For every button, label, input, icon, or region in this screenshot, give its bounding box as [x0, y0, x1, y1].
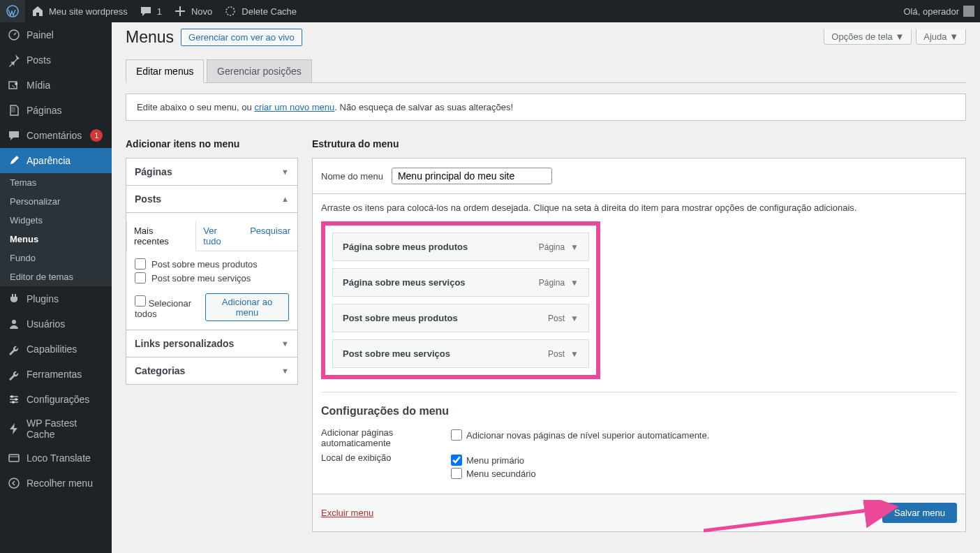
subtab-all[interactable]: Ver tudo — [196, 221, 243, 251]
submenu-item-temas[interactable]: Temas — [0, 173, 112, 192]
sidebar-item-recolher-menu[interactable]: Recolher menu — [0, 471, 112, 496]
chevron-up-icon: ▲ — [281, 195, 289, 203]
location-checkbox[interactable] — [451, 455, 462, 466]
accordion-pages[interactable]: Páginas▼ — [126, 158, 298, 186]
chevron-down-icon[interactable]: ▼ — [570, 278, 579, 288]
wrench-icon — [7, 342, 21, 356]
chevron-down-icon[interactable]: ▼ — [570, 242, 579, 252]
globe-icon — [7, 451, 21, 465]
user-menu[interactable]: Olá, operador — [898, 0, 981, 22]
sidebar-item-usuários[interactable]: Usuários — [0, 311, 112, 337]
menu-structure-item[interactable]: Página sobre meus serviçosPágina ▼ — [332, 268, 589, 297]
help-button[interactable]: Ajuda ▼ — [916, 29, 966, 45]
menu-settings: Configurações do menu Adicionar páginas … — [321, 392, 957, 481]
tab-manage-locations[interactable]: Gerenciar posições — [207, 59, 312, 82]
wp-logo[interactable] — [0, 0, 25, 22]
location-option[interactable]: Menu primário — [451, 455, 536, 466]
submenu: TemasPersonalizarWidgetsMenusFundoEditor… — [0, 173, 112, 286]
edit-notice: Edite abaixo o seu menu, ou criar um nov… — [126, 94, 966, 121]
accordion-posts-head[interactable]: Posts▲ — [126, 186, 297, 213]
location-checkbox[interactable] — [451, 468, 462, 479]
brush-icon — [7, 154, 21, 168]
sidebar-item-configurações[interactable]: Configurações — [0, 387, 112, 412]
comment-icon — [7, 128, 21, 142]
delete-menu-link[interactable]: Excluir menu — [321, 508, 373, 518]
create-menu-link[interactable]: criar um novo menu — [254, 102, 334, 112]
subtab-search[interactable]: Pesquisar — [243, 221, 297, 251]
sidebar-item-loco-translate[interactable]: Loco Translate — [0, 445, 112, 471]
sidebar-item-painel[interactable]: Painel — [0, 22, 112, 47]
auto-add-checkbox[interactable] — [451, 429, 462, 441]
users-icon — [7, 317, 21, 331]
sidebar-item-posts[interactable]: Posts — [0, 47, 112, 73]
plugin-icon — [7, 292, 21, 306]
plus-icon — [173, 4, 187, 18]
menu-panel: Nome do menu Arraste os itens para coloc… — [312, 158, 966, 532]
post-checkbox[interactable] — [135, 272, 146, 283]
new-link[interactable]: Novo — [168, 0, 218, 22]
tab-edit-menus[interactable]: Editar menus — [126, 59, 204, 83]
site-link[interactable]: Meu site wordpress — [25, 0, 133, 22]
submenu-item-editor-de-temas[interactable]: Editor de temas — [0, 267, 112, 286]
accordion-links[interactable]: Links personalizados▼ — [126, 330, 298, 357]
svg-point-3 — [15, 82, 17, 85]
post-item[interactable]: Post sobre meu serviços — [135, 272, 289, 283]
add-to-menu-button[interactable]: Adicionar ao menu — [205, 293, 289, 321]
save-menu-button[interactable]: Salvar menu — [882, 503, 957, 523]
comment-icon — [139, 4, 153, 18]
submenu-item-widgets[interactable]: Widgets — [0, 211, 112, 230]
menu-structure-item[interactable]: Post sobre meus produtosPost ▼ — [332, 304, 589, 332]
dashboard-icon — [7, 28, 21, 42]
auto-add-option[interactable]: Adicionar novas páginas de nível superio… — [451, 429, 709, 441]
nav-tabs: Editar menus Gerenciar posições — [126, 59, 966, 83]
wrench-icon — [7, 367, 21, 381]
location-option[interactable]: Menu secundário — [451, 468, 536, 479]
sidebar-item-capabilities[interactable]: Capabilities — [0, 337, 112, 362]
sliders-icon — [7, 392, 21, 406]
delete-cache-label: Delete Cache — [242, 6, 297, 17]
select-all[interactable]: Selecionar todos — [135, 295, 205, 319]
submenu-item-personalizar[interactable]: Personalizar — [0, 192, 112, 211]
structure-hint: Arraste os itens para colocá-los na orde… — [321, 202, 957, 213]
sidebar-item-plugins[interactable]: Plugins — [0, 286, 112, 311]
new-label: Novo — [191, 6, 212, 17]
menu-structure-item[interactable]: Post sobre meu serviçosPost ▼ — [332, 339, 589, 368]
pages-icon — [7, 103, 21, 117]
accordion-categories[interactable]: Categorias▼ — [126, 357, 298, 385]
screen-options-button[interactable]: Opções de tela ▼ — [824, 29, 912, 45]
svg-point-5 — [10, 395, 13, 398]
menu-name-input[interactable] — [392, 168, 552, 184]
chevron-down-icon: ▼ — [281, 339, 289, 348]
accordion-posts: Posts▲ Mais recentes Ver tudo Pesquisar … — [126, 186, 298, 330]
submenu-item-menus[interactable]: Menus — [0, 230, 112, 249]
svg-point-1 — [226, 7, 235, 15]
sidebar-item-ferramentas[interactable]: Ferramentas — [0, 362, 112, 387]
menu-name-label: Nome do menu — [321, 171, 383, 182]
menu-structure-item[interactable]: Página sobre meus produtosPágina ▼ — [332, 233, 589, 261]
post-item[interactable]: Post sobre meus produtos — [135, 258, 289, 270]
svg-rect-8 — [9, 455, 19, 462]
page-title: Menus — [126, 28, 174, 47]
select-all-checkbox[interactable] — [135, 295, 146, 307]
post-checkbox[interactable] — [135, 258, 146, 270]
structure-heading: Estrutura do menu — [312, 138, 966, 149]
sidebar-item-wp-fastest-cache[interactable]: WP Fastest Cache — [0, 412, 112, 445]
sidebar-item-aparência[interactable]: Aparência — [0, 148, 112, 173]
add-items-heading: Adicionar itens no menu — [126, 138, 298, 149]
auto-add-label: Adicionar páginas automaticamente — [321, 427, 451, 448]
subtab-recent[interactable]: Mais recentes — [126, 221, 196, 251]
manage-live-button[interactable]: Gerenciar com ver ao vivo — [181, 29, 302, 46]
chevron-down-icon[interactable]: ▼ — [570, 314, 579, 323]
delete-cache-link[interactable]: Delete Cache — [218, 0, 302, 22]
sidebar-item-páginas[interactable]: Páginas — [0, 98, 112, 123]
chevron-down-icon[interactable]: ▼ — [570, 349, 579, 359]
svg-point-7 — [12, 401, 15, 404]
submenu-item-fundo[interactable]: Fundo — [0, 249, 112, 267]
circle-icon — [223, 4, 237, 18]
home-icon — [31, 4, 45, 18]
greeting: Olá, operador — [904, 6, 960, 17]
site-title: Meu site wordpress — [49, 6, 128, 17]
sidebar-item-mídia[interactable]: Mídia — [0, 73, 112, 98]
comments-link[interactable]: 1 — [133, 0, 168, 22]
sidebar-item-comentários[interactable]: Comentários1 — [0, 123, 112, 148]
